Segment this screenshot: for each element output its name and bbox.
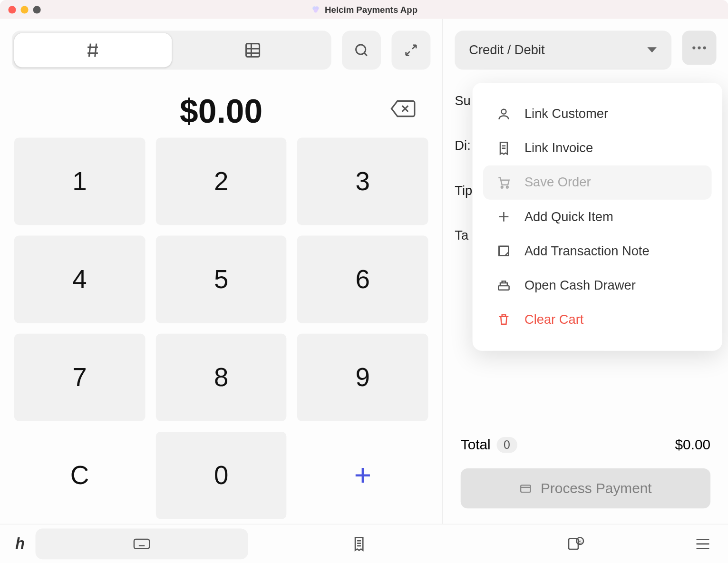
nav-receipts-button[interactable] <box>343 531 375 557</box>
key-clear[interactable]: C <box>14 432 145 519</box>
menu-add-quick-item-label: Add Quick Item <box>524 209 613 224</box>
svg-point-6 <box>698 46 700 49</box>
backspace-button[interactable] <box>390 98 417 118</box>
payment-method-select[interactable]: Credit / Debit <box>455 31 671 70</box>
close-window-button[interactable] <box>8 6 16 13</box>
nav-menu-button[interactable] <box>687 533 718 554</box>
svg-rect-15 <box>134 539 149 548</box>
app-window: Helcim Payments App <box>0 0 728 563</box>
keypad: 1 2 3 4 5 6 7 8 9 C 0 + <box>12 135 431 521</box>
svg-point-9 <box>501 186 503 188</box>
more-actions-menu: Link Customer Link Invoice Save Order Ad… <box>473 83 722 351</box>
invoice-icon <box>496 141 511 156</box>
total-amount: $0.00 <box>675 437 711 453</box>
menu-clear-cart-label: Clear Cart <box>524 312 584 327</box>
cart-icon <box>496 175 511 190</box>
receipt-icon <box>351 535 367 552</box>
process-payment-button: Process Payment <box>461 468 710 508</box>
amount-display: $0.00 <box>180 92 262 131</box>
chevron-down-icon <box>647 47 657 54</box>
payment-icon <box>519 482 532 495</box>
key-8[interactable]: 8 <box>155 334 286 421</box>
menu-link-customer[interactable]: Link Customer <box>483 97 712 131</box>
process-payment-label: Process Payment <box>541 480 652 497</box>
menu-clear-cart[interactable]: Clear Cart <box>483 302 712 337</box>
total-label: Total <box>461 437 491 453</box>
svg-point-5 <box>692 46 695 49</box>
svg-rect-14 <box>521 485 531 492</box>
payment-method-label: Credit / Debit <box>469 42 544 58</box>
home-button[interactable]: h <box>10 534 31 553</box>
menu-add-quick-item[interactable]: Add Quick Item <box>483 200 712 234</box>
svg-point-10 <box>506 186 508 188</box>
svg-rect-3 <box>246 44 259 57</box>
key-7[interactable]: 7 <box>14 334 145 421</box>
key-4[interactable]: 4 <box>14 236 145 323</box>
cash-drawer-icon <box>496 278 511 293</box>
hash-icon <box>84 41 102 59</box>
nav-device-button[interactable]: $ <box>559 530 593 557</box>
hamburger-icon <box>695 538 710 550</box>
key-3[interactable]: 3 <box>297 137 428 225</box>
svg-rect-16 <box>139 545 145 546</box>
fullscreen-window-button[interactable] <box>33 6 41 13</box>
minimize-window-button[interactable] <box>20 6 28 13</box>
bottom-nav: h $ <box>0 524 728 563</box>
menu-add-transaction-note-label: Add Transaction Note <box>524 243 650 259</box>
plus-icon <box>496 209 511 224</box>
titlebar: Helcim Payments App <box>0 0 728 19</box>
grid-mode-button[interactable] <box>174 31 331 70</box>
svg-text:$: $ <box>579 538 582 544</box>
title: Helcim Payments App <box>311 4 417 14</box>
svg-point-8 <box>501 109 506 114</box>
expand-button[interactable] <box>391 31 430 70</box>
more-icon <box>691 46 707 50</box>
window-title: Helcim Payments App <box>325 4 417 14</box>
entry-mode-toggle <box>12 31 331 70</box>
trash-icon <box>496 312 511 327</box>
search-button[interactable] <box>342 31 381 70</box>
cart-pane: Credit / Debit Su Di: Tip Ta Link Custom… <box>443 19 728 524</box>
menu-link-customer-label: Link Customer <box>524 107 608 122</box>
menu-save-order-label: Save Order <box>524 175 591 190</box>
key-0[interactable]: 0 <box>155 432 286 519</box>
key-9[interactable]: 9 <box>297 334 428 421</box>
menu-open-cash-drawer[interactable]: Open Cash Drawer <box>483 268 712 302</box>
svg-point-4 <box>356 45 366 54</box>
keypad-pane: $0.00 1 2 3 4 5 6 7 8 9 C 0 + <box>0 19 443 524</box>
key-1[interactable]: 1 <box>14 137 145 225</box>
window-controls <box>8 6 40 13</box>
items-count: 0 <box>496 437 517 453</box>
grid-icon <box>244 41 262 59</box>
app-icon <box>311 5 320 14</box>
note-icon <box>496 243 511 259</box>
menu-link-invoice[interactable]: Link Invoice <box>483 131 712 165</box>
customer-icon <box>496 107 511 122</box>
keypad-tab-icon <box>133 536 150 551</box>
svg-point-2 <box>313 9 317 12</box>
menu-save-order: Save Order <box>483 165 712 200</box>
svg-point-7 <box>703 46 706 49</box>
menu-link-invoice-label: Link Invoice <box>524 141 593 156</box>
more-actions-button[interactable] <box>682 31 717 65</box>
expand-icon <box>403 42 418 58</box>
device-icon: $ <box>567 535 585 553</box>
numpad-mode-button[interactable] <box>14 33 172 68</box>
menu-open-cash-drawer-label: Open Cash Drawer <box>524 278 636 293</box>
key-2[interactable]: 2 <box>155 137 286 225</box>
svg-rect-13 <box>498 286 509 290</box>
search-icon <box>353 42 370 58</box>
key-6[interactable]: 6 <box>297 236 428 323</box>
total-bar: Total 0 $0.00 <box>461 437 710 453</box>
backspace-icon <box>390 98 417 118</box>
menu-add-transaction-note[interactable]: Add Transaction Note <box>483 234 712 268</box>
key-plus[interactable]: + <box>297 432 428 519</box>
key-5[interactable]: 5 <box>155 236 286 323</box>
nav-keypad-tab[interactable] <box>35 528 248 559</box>
